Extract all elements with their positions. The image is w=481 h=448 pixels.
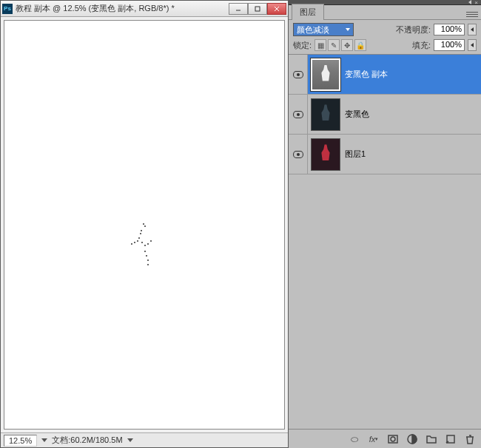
info-menu-icon[interactable] [127,438,133,442]
layer-thumbnail[interactable] [311,58,340,91]
layer-row[interactable]: 变黑色 副本 [289,55,481,95]
delete-layer-icon[interactable] [463,432,477,446]
maximize-button[interactable] [248,3,267,15]
document-title: 教程 副本 @ 12.5% (变黑色 副本, RGB/8*) * [16,3,229,14]
link-layers-icon[interactable]: ⬭ [348,432,361,446]
zoom-field[interactable]: 12.5% [4,435,37,447]
fill-input[interactable]: 100% [434,39,465,51]
collapse-icon [468,0,471,4]
opacity-flyout-button[interactable] [468,24,477,35]
file-size-label: 文档:60.2M/180.5M [52,435,122,446]
group-icon[interactable] [425,432,438,446]
layer-thumbnail[interactable] [311,98,340,131]
panel-tabs: 图层 [289,5,481,20]
layer-thumbnail[interactable] [311,138,340,171]
lock-position-icon[interactable]: ✥ [341,39,353,51]
svg-rect-1 [255,7,260,11]
blend-mode-select[interactable]: 颜色减淡 [293,23,354,36]
visibility-toggle[interactable] [289,55,308,94]
opacity-input[interactable]: 100% [434,24,465,35]
eye-icon [293,71,303,78]
window-controls [229,3,286,15]
new-layer-icon[interactable] [444,432,457,446]
layer-row[interactable]: 图层1 [289,135,481,174]
document-window: Ps 教程 副本 @ 12.5% (变黑色 副本, RGB/8*) * 12.5… [0,0,289,448]
lock-transparency-icon[interactable]: ▦ [314,39,326,51]
canvas[interactable] [4,20,285,430]
layer-list[interactable]: 变黑色 副本变黑色图层1 [289,55,481,429]
layer-name[interactable]: 变黑色 副本 [345,69,388,80]
lock-label: 锁定: [293,40,312,51]
lock-pixels-icon[interactable]: ✎ [328,39,340,51]
eye-icon [293,151,303,158]
statusbar: 12.5% 文档:60.2M/180.5M [1,432,288,447]
titlebar[interactable]: Ps 教程 副本 @ 12.5% (变黑色 副本, RGB/8*) * [1,1,288,17]
layers-panel: × 图层 颜色减淡 不透明度: 100% 锁定: ▦ ✎ ✥ 🔒 填充: [289,0,481,448]
zoom-menu-icon[interactable] [41,438,47,442]
layer-name[interactable]: 变黑色 [345,109,369,120]
layer-row[interactable]: 变黑色 [289,95,481,135]
visibility-toggle[interactable] [289,95,308,134]
eye-icon [293,111,303,118]
lock-all-icon[interactable]: 🔒 [354,39,366,51]
chevron-down-icon [346,28,350,31]
panel-menu-button[interactable] [466,9,478,19]
layer-style-icon[interactable]: fx▾ [367,432,380,446]
layer-options: 颜色减淡 不透明度: 100% 锁定: ▦ ✎ ✥ 🔒 填充: 100% [289,20,481,55]
panel-footer: ⬭ fx▾ [289,429,481,448]
ps-icon: Ps [2,4,13,14]
opacity-label: 不透明度: [396,24,431,35]
fill-flyout-button[interactable] [468,39,477,51]
layer-mask-icon[interactable] [386,432,400,446]
minimize-button[interactable] [229,3,248,15]
close-button[interactable] [267,3,286,15]
visibility-toggle[interactable] [289,135,308,174]
adjustment-layer-icon[interactable] [406,432,419,446]
blend-mode-value: 颜色减淡 [297,24,329,35]
layer-name[interactable]: 图层1 [345,149,366,160]
tab-layers[interactable]: 图层 [292,4,324,20]
fill-label: 填充: [412,40,431,51]
svg-point-5 [391,437,395,441]
canvas-content [122,220,166,271]
